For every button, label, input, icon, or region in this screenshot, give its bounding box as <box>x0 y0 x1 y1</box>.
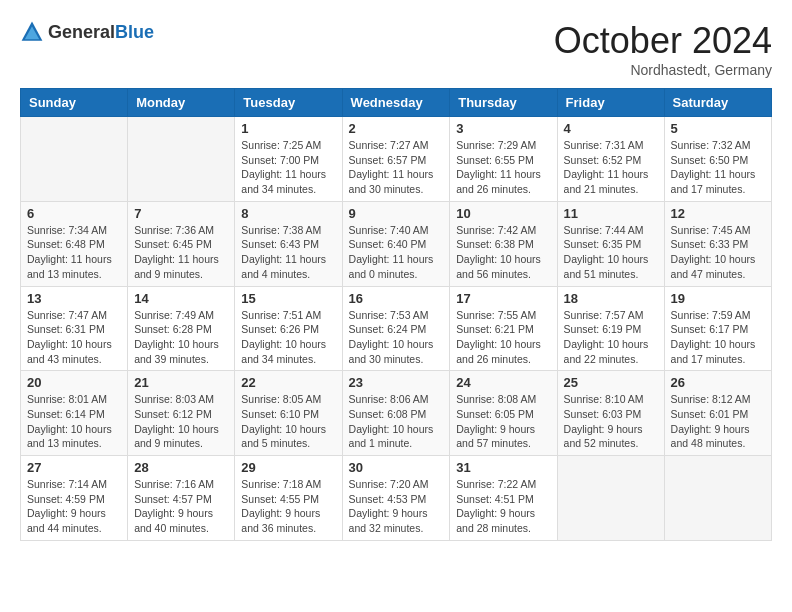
day-number: 9 <box>349 206 444 221</box>
day-info: Sunrise: 7:34 AM Sunset: 6:48 PM Dayligh… <box>27 223 121 282</box>
day-number: 29 <box>241 460 335 475</box>
logo-icon <box>20 20 44 44</box>
page-header: GeneralBlue October 2024 Nordhastedt, Ge… <box>20 20 772 78</box>
location: Nordhastedt, Germany <box>554 62 772 78</box>
day-info: Sunrise: 7:32 AM Sunset: 6:50 PM Dayligh… <box>671 138 765 197</box>
calendar-cell: 16Sunrise: 7:53 AM Sunset: 6:24 PM Dayli… <box>342 286 450 371</box>
day-info: Sunrise: 7:51 AM Sunset: 6:26 PM Dayligh… <box>241 308 335 367</box>
calendar-cell: 23Sunrise: 8:06 AM Sunset: 6:08 PM Dayli… <box>342 371 450 456</box>
day-number: 12 <box>671 206 765 221</box>
weekday-header: Sunday <box>21 89 128 117</box>
calendar-cell: 14Sunrise: 7:49 AM Sunset: 6:28 PM Dayli… <box>128 286 235 371</box>
calendar-cell: 15Sunrise: 7:51 AM Sunset: 6:26 PM Dayli… <box>235 286 342 371</box>
calendar-cell: 12Sunrise: 7:45 AM Sunset: 6:33 PM Dayli… <box>664 201 771 286</box>
calendar-week-row: 20Sunrise: 8:01 AM Sunset: 6:14 PM Dayli… <box>21 371 772 456</box>
calendar-cell <box>664 456 771 541</box>
day-number: 26 <box>671 375 765 390</box>
calendar-cell: 13Sunrise: 7:47 AM Sunset: 6:31 PM Dayli… <box>21 286 128 371</box>
calendar-cell: 6Sunrise: 7:34 AM Sunset: 6:48 PM Daylig… <box>21 201 128 286</box>
calendar-cell: 11Sunrise: 7:44 AM Sunset: 6:35 PM Dayli… <box>557 201 664 286</box>
day-number: 27 <box>27 460 121 475</box>
day-info: Sunrise: 7:22 AM Sunset: 4:51 PM Dayligh… <box>456 477 550 536</box>
weekday-header: Friday <box>557 89 664 117</box>
calendar-cell <box>128 117 235 202</box>
day-info: Sunrise: 7:53 AM Sunset: 6:24 PM Dayligh… <box>349 308 444 367</box>
day-number: 6 <box>27 206 121 221</box>
day-info: Sunrise: 8:08 AM Sunset: 6:05 PM Dayligh… <box>456 392 550 451</box>
weekday-header: Tuesday <box>235 89 342 117</box>
calendar-cell: 25Sunrise: 8:10 AM Sunset: 6:03 PM Dayli… <box>557 371 664 456</box>
logo-general: General <box>48 22 115 42</box>
weekday-header: Saturday <box>664 89 771 117</box>
day-info: Sunrise: 8:10 AM Sunset: 6:03 PM Dayligh… <box>564 392 658 451</box>
calendar-cell: 30Sunrise: 7:20 AM Sunset: 4:53 PM Dayli… <box>342 456 450 541</box>
day-info: Sunrise: 7:55 AM Sunset: 6:21 PM Dayligh… <box>456 308 550 367</box>
calendar-cell: 10Sunrise: 7:42 AM Sunset: 6:38 PM Dayli… <box>450 201 557 286</box>
day-number: 8 <box>241 206 335 221</box>
calendar-cell: 29Sunrise: 7:18 AM Sunset: 4:55 PM Dayli… <box>235 456 342 541</box>
calendar-cell: 19Sunrise: 7:59 AM Sunset: 6:17 PM Dayli… <box>664 286 771 371</box>
day-info: Sunrise: 7:44 AM Sunset: 6:35 PM Dayligh… <box>564 223 658 282</box>
day-number: 10 <box>456 206 550 221</box>
day-number: 11 <box>564 206 658 221</box>
day-info: Sunrise: 7:38 AM Sunset: 6:43 PM Dayligh… <box>241 223 335 282</box>
day-info: Sunrise: 7:49 AM Sunset: 6:28 PM Dayligh… <box>134 308 228 367</box>
day-info: Sunrise: 7:25 AM Sunset: 7:00 PM Dayligh… <box>241 138 335 197</box>
day-info: Sunrise: 7:27 AM Sunset: 6:57 PM Dayligh… <box>349 138 444 197</box>
calendar-cell <box>21 117 128 202</box>
month-title: October 2024 <box>554 20 772 62</box>
calendar-cell: 4Sunrise: 7:31 AM Sunset: 6:52 PM Daylig… <box>557 117 664 202</box>
weekday-header-row: SundayMondayTuesdayWednesdayThursdayFrid… <box>21 89 772 117</box>
calendar-week-row: 1Sunrise: 7:25 AM Sunset: 7:00 PM Daylig… <box>21 117 772 202</box>
day-number: 4 <box>564 121 658 136</box>
day-number: 7 <box>134 206 228 221</box>
day-number: 16 <box>349 291 444 306</box>
day-number: 18 <box>564 291 658 306</box>
day-info: Sunrise: 7:59 AM Sunset: 6:17 PM Dayligh… <box>671 308 765 367</box>
calendar-cell: 22Sunrise: 8:05 AM Sunset: 6:10 PM Dayli… <box>235 371 342 456</box>
day-info: Sunrise: 7:18 AM Sunset: 4:55 PM Dayligh… <box>241 477 335 536</box>
calendar: SundayMondayTuesdayWednesdayThursdayFrid… <box>20 88 772 541</box>
day-number: 31 <box>456 460 550 475</box>
day-number: 20 <box>27 375 121 390</box>
day-info: Sunrise: 8:03 AM Sunset: 6:12 PM Dayligh… <box>134 392 228 451</box>
calendar-cell: 27Sunrise: 7:14 AM Sunset: 4:59 PM Dayli… <box>21 456 128 541</box>
day-info: Sunrise: 7:20 AM Sunset: 4:53 PM Dayligh… <box>349 477 444 536</box>
day-number: 2 <box>349 121 444 136</box>
day-info: Sunrise: 8:05 AM Sunset: 6:10 PM Dayligh… <box>241 392 335 451</box>
day-info: Sunrise: 8:12 AM Sunset: 6:01 PM Dayligh… <box>671 392 765 451</box>
day-info: Sunrise: 7:42 AM Sunset: 6:38 PM Dayligh… <box>456 223 550 282</box>
calendar-cell: 26Sunrise: 8:12 AM Sunset: 6:01 PM Dayli… <box>664 371 771 456</box>
day-number: 3 <box>456 121 550 136</box>
logo: GeneralBlue <box>20 20 154 44</box>
calendar-cell <box>557 456 664 541</box>
calendar-week-row: 6Sunrise: 7:34 AM Sunset: 6:48 PM Daylig… <box>21 201 772 286</box>
calendar-cell: 28Sunrise: 7:16 AM Sunset: 4:57 PM Dayli… <box>128 456 235 541</box>
day-number: 24 <box>456 375 550 390</box>
calendar-cell: 2Sunrise: 7:27 AM Sunset: 6:57 PM Daylig… <box>342 117 450 202</box>
calendar-cell: 7Sunrise: 7:36 AM Sunset: 6:45 PM Daylig… <box>128 201 235 286</box>
day-number: 30 <box>349 460 444 475</box>
title-block: October 2024 Nordhastedt, Germany <box>554 20 772 78</box>
day-info: Sunrise: 7:14 AM Sunset: 4:59 PM Dayligh… <box>27 477 121 536</box>
calendar-cell: 3Sunrise: 7:29 AM Sunset: 6:55 PM Daylig… <box>450 117 557 202</box>
weekday-header: Wednesday <box>342 89 450 117</box>
day-info: Sunrise: 7:29 AM Sunset: 6:55 PM Dayligh… <box>456 138 550 197</box>
day-info: Sunrise: 7:40 AM Sunset: 6:40 PM Dayligh… <box>349 223 444 282</box>
day-number: 19 <box>671 291 765 306</box>
day-info: Sunrise: 7:47 AM Sunset: 6:31 PM Dayligh… <box>27 308 121 367</box>
day-info: Sunrise: 8:01 AM Sunset: 6:14 PM Dayligh… <box>27 392 121 451</box>
day-info: Sunrise: 7:45 AM Sunset: 6:33 PM Dayligh… <box>671 223 765 282</box>
day-number: 15 <box>241 291 335 306</box>
logo-blue: Blue <box>115 22 154 42</box>
day-info: Sunrise: 8:06 AM Sunset: 6:08 PM Dayligh… <box>349 392 444 451</box>
calendar-cell: 17Sunrise: 7:55 AM Sunset: 6:21 PM Dayli… <box>450 286 557 371</box>
calendar-cell: 31Sunrise: 7:22 AM Sunset: 4:51 PM Dayli… <box>450 456 557 541</box>
day-info: Sunrise: 7:16 AM Sunset: 4:57 PM Dayligh… <box>134 477 228 536</box>
day-number: 1 <box>241 121 335 136</box>
day-number: 23 <box>349 375 444 390</box>
calendar-cell: 9Sunrise: 7:40 AM Sunset: 6:40 PM Daylig… <box>342 201 450 286</box>
day-number: 17 <box>456 291 550 306</box>
calendar-week-row: 27Sunrise: 7:14 AM Sunset: 4:59 PM Dayli… <box>21 456 772 541</box>
calendar-cell: 18Sunrise: 7:57 AM Sunset: 6:19 PM Dayli… <box>557 286 664 371</box>
